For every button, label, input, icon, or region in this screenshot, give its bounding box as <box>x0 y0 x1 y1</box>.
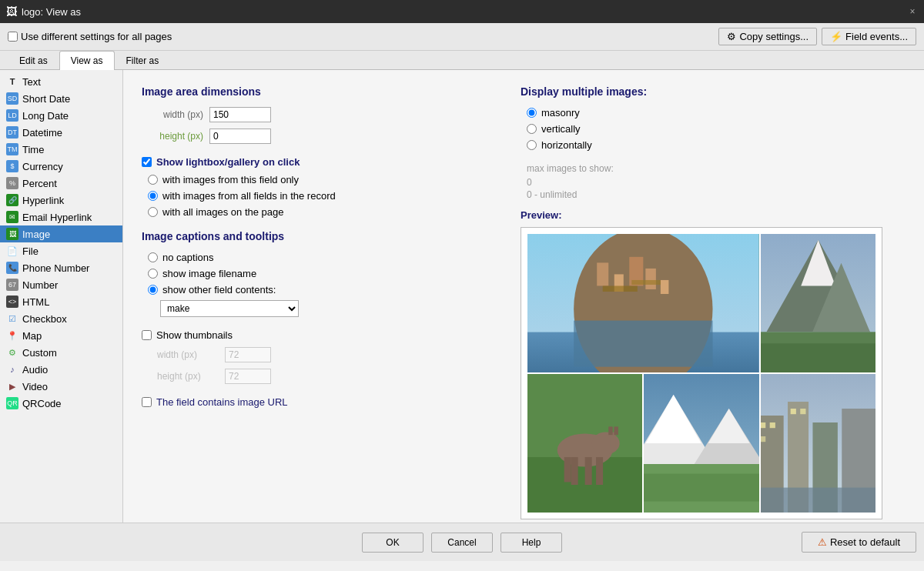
different-settings-checkbox[interactable] <box>8 32 18 42</box>
html-icon: <> <box>6 296 18 308</box>
different-settings-label[interactable]: Use different settings for all pages <box>8 31 172 42</box>
tab-view-as[interactable]: View as <box>59 51 115 70</box>
svg-rect-6 <box>645 269 656 289</box>
ok-button[interactable]: OK <box>362 533 424 553</box>
lightbox-radio-0[interactable] <box>148 175 158 185</box>
url-field-checkbox[interactable] <box>142 397 152 407</box>
help-button[interactable]: Help <box>500 533 562 553</box>
sidebar-item-audio[interactable]: ♪ Audio <box>0 361 122 378</box>
short-date-icon: SD <box>6 92 18 105</box>
display-option-vertically: vertically <box>521 123 906 135</box>
width-input[interactable] <box>209 107 271 122</box>
svg-rect-3 <box>597 262 608 286</box>
reset-button[interactable]: ⚠ Reset to default <box>802 532 916 553</box>
sidebar-item-number[interactable]: 67 Number <box>0 276 122 293</box>
svg-rect-16 <box>761 343 875 372</box>
svg-rect-41 <box>769 422 775 428</box>
tab-bar: Edit as View as Filter as <box>0 51 924 70</box>
topbar: Use different settings for all pages ⚙ C… <box>0 23 924 51</box>
qr-icon: QR <box>6 397 18 409</box>
tab-filter-as[interactable]: Filter as <box>115 51 171 70</box>
preview-image-village <box>527 234 759 372</box>
caption-option-2: show other field contents: <box>142 284 490 296</box>
width-row: width (px) <box>142 107 490 122</box>
max-images-value: 0 <box>527 177 906 188</box>
sidebar-item-long-date[interactable]: LD Long Date <box>0 107 122 124</box>
sidebar-item-image[interactable]: 🖼 Image <box>0 225 122 242</box>
datetime-icon: DT <box>6 126 18 139</box>
preview-image-mountain <box>761 234 875 372</box>
height-row: height (px) <box>142 129 490 144</box>
sidebar-item-map[interactable]: 📍 Map <box>0 327 122 344</box>
email-hyperlink-icon: ✉ <box>6 211 18 223</box>
main-area: T Text SD Short Date LD Long Date DT Dat… <box>0 70 924 523</box>
phone-icon: 📞 <box>6 262 18 274</box>
thumb-width-label: width (px) <box>157 349 219 360</box>
sidebar-item-email-hyperlink[interactable]: ✉ Email Hyperlink <box>0 209 122 225</box>
svg-rect-27 <box>614 426 618 435</box>
caption-option-0: no captions <box>142 252 490 263</box>
caption-radio-2[interactable] <box>148 285 158 295</box>
sidebar-item-hyperlink[interactable]: 🔗 Hyperlink <box>0 192 122 209</box>
tab-edit-as[interactable]: Edit as <box>8 51 59 70</box>
titlebar: 🖼 logo: View as × <box>0 0 924 23</box>
thumbnails-row: Show thumbnails <box>142 329 490 341</box>
warning-icon: ⚠ <box>818 536 827 548</box>
svg-rect-45 <box>761 488 875 513</box>
sidebar-item-datetime[interactable]: DT Datetime <box>0 124 122 141</box>
sidebar-item-file[interactable]: 📄 File <box>0 242 122 259</box>
svg-rect-44 <box>800 409 805 414</box>
url-field-row: The field contains image URL <box>142 396 490 408</box>
sidebar-item-short-date[interactable]: SD Short Date <box>0 90 122 107</box>
field-events-button[interactable]: ⚡ Field events... <box>822 28 916 45</box>
svg-rect-43 <box>790 409 795 414</box>
url-field-label: The field contains image URL <box>156 396 288 408</box>
cancel-button[interactable]: Cancel <box>431 533 493 553</box>
max-images-hint: 0 - unlimited <box>527 189 906 200</box>
sidebar-item-percent[interactable]: % Percent <box>0 175 122 192</box>
display-radio-horizontally[interactable] <box>527 140 537 150</box>
preview-image-city <box>761 374 875 513</box>
sidebar-item-currency[interactable]: $ Currency <box>0 158 122 175</box>
svg-rect-40 <box>761 422 765 428</box>
percent-icon: % <box>6 177 18 189</box>
svg-rect-10 <box>574 321 712 367</box>
preview-title: Preview: <box>521 209 906 221</box>
captions-title: Image captions and tooltips <box>142 230 490 242</box>
hyperlink-icon: 🔗 <box>6 194 18 206</box>
thumb-height-label: height (px) <box>157 371 219 382</box>
display-radio-masonry[interactable] <box>527 108 537 118</box>
width-label: width (px) <box>142 109 203 120</box>
currency-icon: $ <box>6 160 18 172</box>
lightbox-checkbox[interactable] <box>142 157 152 167</box>
copy-settings-button[interactable]: ⚙ Copy settings... <box>718 28 817 45</box>
display-radio-vertically[interactable] <box>527 124 537 134</box>
svg-rect-34 <box>644 474 758 502</box>
preview-box <box>521 227 882 519</box>
lightbox-row: Show lightbox/gallery on click <box>142 156 490 168</box>
height-input[interactable] <box>209 129 271 144</box>
sidebar-item-time[interactable]: TM Time <box>0 141 122 158</box>
preview-image-alps <box>644 374 758 513</box>
captions-dropdown[interactable]: make model year color <box>160 300 299 317</box>
audio-icon: ♪ <box>6 363 18 376</box>
caption-radio-0[interactable] <box>148 252 158 262</box>
sidebar-item-qrcode[interactable]: QR QRCode <box>0 395 122 412</box>
sidebar-item-text[interactable]: T Text <box>0 73 122 90</box>
sidebar-item-html[interactable]: <> HTML <box>0 293 122 310</box>
sidebar-item-phone[interactable]: 📞 Phone Number <box>0 259 122 276</box>
close-button[interactable]: × <box>907 6 918 17</box>
svg-rect-8 <box>603 286 638 292</box>
caption-radio-1[interactable] <box>148 269 158 279</box>
lightbox-radio-1[interactable] <box>148 191 158 201</box>
thumbnails-checkbox[interactable] <box>142 330 152 340</box>
preview-image-donkey <box>527 374 642 513</box>
sidebar-item-video[interactable]: ▶ Video <box>0 378 122 395</box>
svg-rect-21 <box>585 457 592 485</box>
sidebar-item-custom[interactable]: ⚙ Custom <box>0 344 122 361</box>
svg-rect-20 <box>571 457 578 485</box>
sidebar-item-checkbox[interactable]: ☑ Checkbox <box>0 310 122 327</box>
custom-icon: ⚙ <box>6 346 18 359</box>
map-icon: 📍 <box>6 329 18 342</box>
lightbox-radio-2[interactable] <box>148 207 158 217</box>
